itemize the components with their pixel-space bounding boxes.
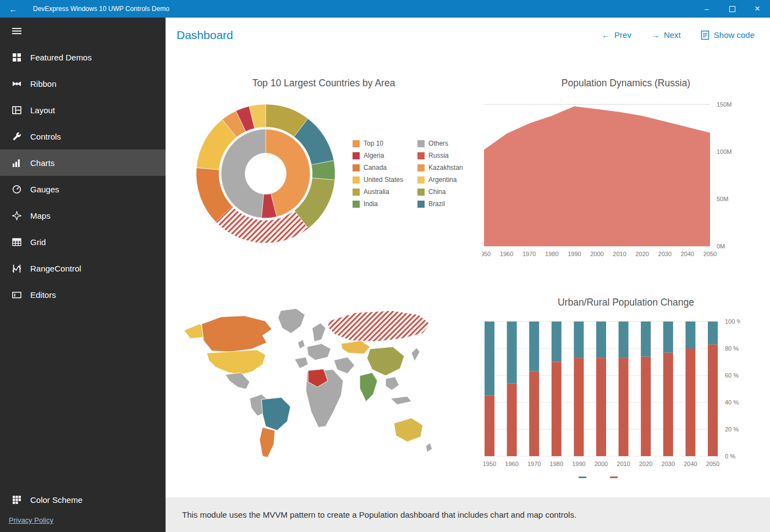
bar-rural-2050[interactable] [708, 322, 718, 345]
bar-urban-2010[interactable] [619, 358, 629, 456]
bar-rural-2030[interactable] [663, 322, 673, 352]
bar-urban-1970[interactable] [529, 372, 539, 456]
legend-item[interactable]: India [353, 198, 403, 210]
bar-urban-2050[interactable] [708, 345, 718, 456]
bar-urban-2020[interactable] [641, 357, 651, 456]
bar-rural-2010[interactable] [619, 322, 629, 358]
show-code-button[interactable]: Show code [701, 30, 755, 40]
sidebar-item-label: Layout [30, 106, 55, 115]
sidebar-item-ribbon[interactable]: Ribbon [0, 70, 166, 97]
sidebar-item-grid[interactable]: Grid [0, 229, 166, 255]
sidebar-item-featured-demos[interactable]: Featured Demos [0, 44, 166, 70]
sidebar-item-rangecontrol[interactable]: RangeControl [0, 255, 166, 281]
bar-legend-marker-urban[interactable] [610, 476, 618, 478]
x-axis-tick-label: 2040 [681, 251, 694, 257]
map-region-russia[interactable] [328, 311, 430, 341]
map-region-china[interactable] [367, 347, 404, 376]
map-region-scandinavia[interactable] [312, 323, 326, 342]
sidebar-item-label: Grid [30, 237, 46, 247]
bar-rural-1950[interactable] [485, 322, 494, 396]
map-region-united-states[interactable] [207, 350, 266, 375]
bar-rural-1970[interactable] [529, 322, 539, 372]
legend-item[interactable]: Algeria [353, 149, 403, 162]
bar-urban-2000[interactable] [596, 358, 606, 456]
sidebar-item-controls[interactable]: Controls [0, 123, 166, 149]
map-region-middle-east[interactable] [334, 357, 355, 374]
minimize-button[interactable] [694, 0, 719, 18]
legend-item[interactable]: China [417, 186, 463, 198]
map-region-new-zealand[interactable] [426, 443, 432, 452]
next-button[interactable]: Next [651, 30, 681, 40]
map-region-india[interactable] [360, 373, 377, 402]
bar-urban-1980[interactable] [552, 362, 562, 457]
map-region-mexico[interactable] [226, 373, 250, 389]
area-series[interactable] [484, 106, 710, 246]
prev-button[interactable]: Prev [602, 30, 631, 40]
legend-item[interactable]: Top 10 [353, 137, 403, 149]
map-region-canada[interactable] [201, 316, 272, 352]
x-axis-tick-label: 2010 [613, 251, 626, 257]
bar-rural-2040[interactable] [685, 322, 695, 348]
back-icon[interactable] [0, 0, 26, 18]
bar-rural-2020[interactable] [641, 322, 651, 357]
sidebar-item-layout[interactable]: Layout [0, 97, 166, 123]
bar-rural-1990[interactable] [574, 322, 584, 358]
sidebar-item-editors[interactable]: Editors [0, 281, 166, 308]
bar-urban-1950[interactable] [485, 396, 494, 456]
bar-urban-1960[interactable] [507, 384, 517, 456]
legend-label: Kazakhstan [428, 164, 463, 171]
map-region-japan[interactable] [411, 348, 420, 361]
legend-item[interactable]: Argentina [417, 174, 463, 186]
map-region-australia[interactable] [394, 418, 423, 442]
map-region-iberia[interactable] [295, 357, 308, 369]
show-code-label: Show code [714, 30, 755, 40]
sidebar-item-maps[interactable]: Maps [0, 202, 166, 229]
map-region-uk[interactable] [298, 340, 305, 349]
bar-urban-1990[interactable] [574, 358, 584, 456]
legend-item[interactable]: Others [417, 137, 463, 149]
map-region-kazakhstan[interactable] [341, 341, 370, 354]
map-region-se-asia[interactable] [386, 376, 399, 390]
x-axis-tick-label: 1960 [505, 461, 518, 467]
bar-rural-1980[interactable] [552, 322, 562, 362]
legend-item[interactable]: Brazil [417, 198, 463, 210]
bar-legend-marker-rural[interactable] [579, 476, 586, 478]
map-region-indonesia[interactable] [391, 396, 412, 404]
x-axis-tick-label: 1990 [568, 251, 581, 257]
x-axis-tick-label: 1970 [522, 251, 536, 257]
x-axis-tick-label: 1950 [482, 251, 491, 257]
donut-chart-svg [184, 92, 347, 255]
bar-rural-2000[interactable] [596, 322, 606, 358]
legend-item[interactable]: Canada [353, 162, 403, 174]
x-axis-tick-label: 1950 [483, 461, 496, 467]
map-region-brazil[interactable] [262, 397, 291, 430]
donut-chart-title: Top 10 Largest Countries by Area [166, 77, 482, 89]
legend-swatch [417, 152, 425, 159]
legend-label: Australia [364, 188, 389, 196]
sidebar-item-label: RangeControl [30, 264, 81, 273]
bar-rural-1960[interactable] [507, 322, 517, 384]
legend-item[interactable]: Russia [417, 149, 463, 162]
hamburger-menu-button[interactable] [0, 18, 166, 44]
privacy-policy-link[interactable]: Privacy Policy [0, 513, 53, 532]
sidebar-item-color-scheme[interactable]: Color Scheme [0, 486, 166, 513]
close-button[interactable] [745, 0, 770, 18]
map-region-argentina[interactable] [260, 428, 275, 458]
window-title: DevExpress Windows 10 UWP Controls Demo [26, 5, 694, 13]
maps-compass-icon [12, 211, 21, 220]
bar-urban-2030[interactable] [663, 352, 673, 456]
sidebar-item-label: Featured Demos [30, 53, 92, 62]
map-region-greenland[interactable] [278, 308, 305, 333]
map-region-europe[interactable] [307, 343, 331, 360]
bar-chart-title: Urban/Rural Population Change [482, 297, 770, 308]
bar-urban-2040[interactable] [685, 348, 695, 456]
sidebar-item-charts[interactable]: Charts [0, 149, 166, 176]
legend-label: China [428, 188, 446, 196]
main-content: Dashboard Prev Next Show code Top 10 Lar… [166, 18, 770, 532]
legend-item[interactable]: United States [353, 174, 403, 186]
sidebar-item-gauges[interactable]: Gauges [0, 176, 166, 202]
legend-item[interactable]: Kazakhstan [417, 162, 463, 174]
legend-item[interactable]: Australia [353, 186, 403, 198]
maximize-button[interactable] [719, 0, 745, 18]
y-axis-tick-label: 60 % [725, 372, 739, 379]
